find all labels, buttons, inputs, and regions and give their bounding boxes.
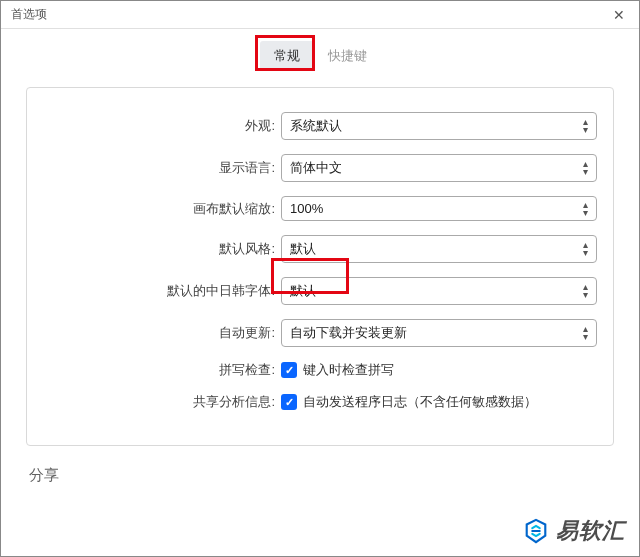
analytics-text: 自动发送程序日志（不含任何敏感数据） [303,393,537,411]
chevron-updown-icon: ▴▾ [583,160,588,176]
checkbox-analytics[interactable]: ✓ [281,394,297,410]
select-appearance-value: 系统默认 [290,118,342,133]
select-language-value: 简体中文 [290,160,342,175]
label-zoom: 画布默认缩放: [37,200,281,218]
select-cjk-font-value: 默认 [290,283,316,298]
logo-icon [524,518,548,544]
watermark: 易软汇 [524,516,625,546]
chevron-updown-icon: ▴▾ [583,118,588,134]
select-cjk-font[interactable]: 默认 ▴▾ [281,277,597,305]
select-zoom[interactable]: 100% ▴▾ [281,196,597,221]
select-zoom-value: 100% [290,201,323,216]
window-title: 首选项 [11,6,47,23]
select-style[interactable]: 默认 ▴▾ [281,235,597,263]
chevron-updown-icon: ▴▾ [583,325,588,341]
select-update[interactable]: 自动下载并安装更新 ▴▾ [281,319,597,347]
select-language[interactable]: 简体中文 ▴▾ [281,154,597,182]
close-button[interactable]: ✕ [609,7,629,23]
chevron-updown-icon: ▴▾ [583,201,588,217]
label-appearance: 外观: [37,117,281,135]
spellcheck-text: 键入时检查拼写 [303,361,394,379]
select-appearance[interactable]: 系统默认 ▴▾ [281,112,597,140]
tab-general[interactable]: 常规 [260,41,314,71]
section-share-title: 分享 [29,466,611,485]
label-spellcheck: 拼写检查: [37,361,281,379]
tab-shortcuts[interactable]: 快捷键 [314,41,381,71]
label-analytics: 共享分析信息: [37,393,281,411]
titlebar: 首选项 ✕ [1,1,639,29]
select-style-value: 默认 [290,241,316,256]
tab-bar: 常规 快捷键 [1,29,639,77]
label-cjk-font: 默认的中日韩字体: [37,282,281,300]
label-update: 自动更新: [37,324,281,342]
watermark-text: 易软汇 [556,516,625,546]
settings-panel: 外观: 系统默认 ▴▾ 显示语言: 简体中文 ▴▾ 画布默认缩放: 100% ▴… [26,87,614,446]
checkbox-spellcheck[interactable]: ✓ [281,362,297,378]
select-update-value: 自动下载并安装更新 [290,325,407,340]
label-language: 显示语言: [37,159,281,177]
chevron-updown-icon: ▴▾ [583,241,588,257]
chevron-updown-icon: ▴▾ [583,283,588,299]
label-style: 默认风格: [37,240,281,258]
